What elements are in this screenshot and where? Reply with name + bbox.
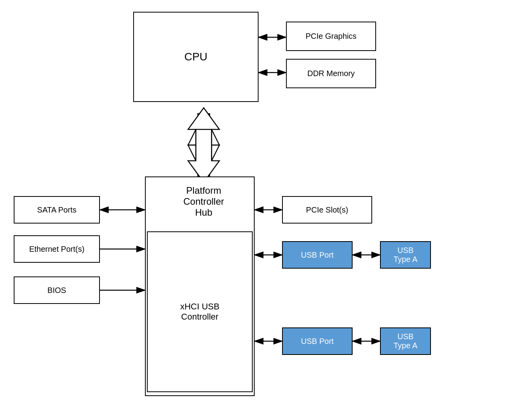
pcie-slots-label: PCIe Slot(s) [306,205,348,215]
usb-type-a-top-box: USB Type A [380,241,431,269]
xhci-label-line2: Controller [180,312,219,322]
usb-type-a-bottom-line2: Type A [393,341,417,350]
usb-port-top-box: USB Port [282,241,353,269]
usb-port-top-label: USB Port [301,251,333,260]
xhci-label-line1: xHCI USB [180,302,219,312]
bios-label: BIOS [47,286,66,295]
usb-type-a-top-line1: USB [393,246,417,255]
sata-ports-box: SATA Ports [14,196,100,224]
pcie-slots-box: PCIe Slot(s) [282,196,372,224]
usb-type-a-bottom-line1: USB [393,332,417,341]
ddr-memory-label: DDR Memory [307,69,355,78]
cpu-box: CPU [133,12,259,102]
pch-label-line2: Controller [183,196,224,207]
sata-ports-label: SATA Ports [37,205,76,215]
pcie-graphics-label: PCIe Graphics [306,32,356,41]
ddr-memory-box: DDR Memory [286,59,376,88]
bios-box: BIOS [14,276,100,304]
usb-type-a-top-line2: Type A [393,255,417,264]
pch-label-line3: Hub [183,207,224,218]
usb-type-a-bottom-box: USB Type A [380,327,431,355]
usb-port-bottom-label: USB Port [301,337,333,346]
pcie-graphics-box: PCIe Graphics [286,22,376,51]
xhci-box: xHCI USB Controller [147,231,253,392]
cpu-label: CPU [184,51,207,63]
ethernet-box: Ethernet Port(s) [14,235,100,263]
usb-port-bottom-box: USB Port [282,327,353,355]
ethernet-label: Ethernet Port(s) [29,245,84,254]
svg-marker-15 [188,129,219,182]
pch-label-line1: Platform [183,185,224,196]
